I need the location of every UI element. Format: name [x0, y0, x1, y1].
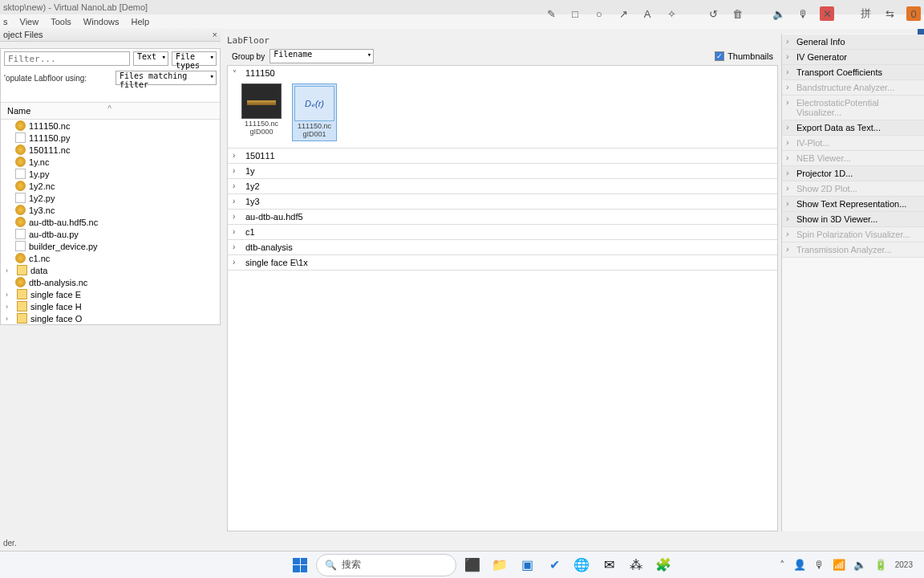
tree-item-label: c1.nc: [29, 254, 50, 263]
menu-view[interactable]: View: [20, 17, 39, 26]
tray-volume-icon[interactable]: 🔈: [853, 559, 866, 571]
tray-year: 2023: [895, 560, 913, 569]
tray-wifi-icon[interactable]: 📶: [833, 559, 845, 571]
explorer-icon[interactable]: 📁: [488, 554, 511, 576]
tree-item-label: 111150.nc: [29, 121, 70, 131]
tray-avatar-icon[interactable]: 👤: [793, 559, 806, 571]
mic-icon[interactable]: 🎙: [796, 6, 810, 21]
group-name: au-dtb-au.hdf5: [245, 212, 303, 222]
filetypes-combo[interactable]: File types: [172, 51, 217, 66]
analyzer-item: Show 2D Plot...: [782, 181, 924, 197]
expander-icon[interactable]: ›: [6, 291, 14, 299]
tree-item[interactable]: au-dtb-au.py: [1, 228, 220, 240]
tree-item-label: single face H: [30, 302, 82, 311]
speaker-icon[interactable]: 🔈: [772, 6, 786, 21]
labfloor-group-header[interactable]: ›1y3: [228, 194, 777, 209]
tree-item[interactable]: 1y3.nc: [1, 204, 220, 216]
tree-header-name[interactable]: Name: [1, 103, 220, 120]
chevron-right-icon: ›: [233, 181, 241, 190]
orange-badge-icon[interactable]: 0: [906, 6, 921, 21]
analyzer-item: Spin Polarization Visualizer...: [782, 227, 924, 242]
undo-icon[interactable]: ↺: [706, 6, 720, 21]
tree-item[interactable]: dtb-analysis.nc: [1, 276, 220, 288]
expander-icon[interactable]: ›: [6, 267, 14, 275]
expander-icon[interactable]: ›: [6, 303, 14, 311]
trash-icon[interactable]: 🗑: [730, 6, 744, 21]
ime-swap-icon[interactable]: ⇆: [882, 6, 897, 21]
analyzer-item[interactable]: IV Generator: [782, 50, 924, 65]
tree-item[interactable]: 150111.nc: [1, 144, 220, 156]
labfloor-group-header[interactable]: ›dtb-analysis: [228, 240, 777, 254]
mail-icon[interactable]: ✉: [598, 554, 620, 576]
taskview-icon[interactable]: ⬛: [461, 554, 484, 576]
app-todo-icon[interactable]: ✔: [543, 554, 565, 576]
tree-item[interactable]: 111150.nc: [1, 120, 220, 132]
tree-item-label: 1y2.py: [29, 193, 55, 203]
filter-input[interactable]: [4, 51, 130, 66]
labfloor-group-header[interactable]: ›1y: [228, 164, 777, 178]
nc-file-icon: [15, 205, 26, 215]
close-icon[interactable]: ✕: [820, 6, 834, 21]
labfloor-group-header[interactable]: ›c1: [228, 225, 777, 239]
sparkle-icon[interactable]: ✧: [664, 6, 679, 21]
tray-battery-icon[interactable]: 🔋: [874, 559, 887, 571]
app-icon-1[interactable]: ⁂: [625, 554, 647, 576]
tree-item[interactable]: 1y.py: [1, 168, 220, 180]
start-button[interactable]: [289, 554, 311, 576]
tree-item[interactable]: ›single face O: [1, 312, 220, 324]
text-combo[interactable]: Text: [133, 51, 168, 66]
populate-combo[interactable]: Files matching filter: [116, 71, 217, 85]
edge-icon[interactable]: 🌐: [570, 554, 593, 576]
system-tray[interactable]: ˄ 👤 🎙 📶 🔈 🔋 2023: [780, 559, 918, 571]
analyzer-item: IV-Plot...: [782, 136, 924, 151]
taskbar: 🔍 搜索 ⬛ 📁 ▣ ✔ 🌐 ✉ ⁂ 🧩 ˄ 👤 🎙 📶 🔈 🔋 2023: [0, 551, 924, 578]
analyzer-item[interactable]: Show in 3D Viewer...: [782, 212, 924, 227]
py-file-icon: [15, 241, 26, 251]
tree-item[interactable]: c1.nc: [1, 252, 220, 264]
tree-item[interactable]: 1y.nc: [1, 156, 220, 168]
app-icon-2[interactable]: 🧩: [652, 554, 675, 576]
pencil-icon[interactable]: ✎: [544, 6, 558, 21]
taskbar-search[interactable]: 🔍 搜索: [316, 554, 456, 576]
menu-help[interactable]: Help: [131, 17, 149, 26]
tree-item[interactable]: ›single face E: [1, 288, 220, 300]
group-name: 111150: [245, 68, 275, 78]
rect-icon[interactable]: □: [568, 6, 582, 21]
thumbnail[interactable]: 111150.ncgID000: [239, 83, 284, 141]
chevron-right-icon: ›: [233, 151, 241, 160]
groupby-combo[interactable]: Filename: [270, 49, 374, 63]
store-icon[interactable]: ▣: [516, 554, 538, 576]
group-name: 150111: [245, 151, 275, 161]
tray-mic-icon[interactable]: 🎙: [814, 559, 825, 571]
analyzer-item[interactable]: Show Text Representation...: [782, 197, 924, 212]
analyzer-item[interactable]: Transport Coefficients: [782, 65, 924, 80]
menu-windows[interactable]: Windows: [83, 17, 120, 26]
labfloor-group-header[interactable]: ›1y2: [228, 179, 777, 193]
tray-chevron-icon[interactable]: ˄: [780, 559, 785, 571]
tree-item[interactable]: au-dtb-au.hdf5.nc: [1, 216, 220, 228]
arrow-icon[interactable]: ↗: [616, 6, 630, 21]
labfloor-group-header[interactable]: ˅111150: [228, 66, 777, 80]
circle-icon[interactable]: ○: [592, 6, 606, 21]
tree-item-label: dtb-analysis.nc: [29, 278, 87, 287]
analyzer-item[interactable]: Export Data as Text...: [782, 120, 924, 136]
tree-item[interactable]: 1y2.py: [1, 192, 220, 204]
panel-close-icon[interactable]: ×: [213, 30, 217, 39]
analyzer-item[interactable]: Projector 1D...: [782, 166, 924, 181]
tree-item[interactable]: ›single face H: [1, 300, 220, 312]
text-a-icon[interactable]: A: [640, 6, 654, 21]
tree-item[interactable]: 111150.py: [1, 132, 220, 144]
tree-item[interactable]: 1y2.nc: [1, 180, 220, 192]
analyzer-item[interactable]: General Info: [782, 35, 924, 50]
thumbnails-checkbox[interactable]: ✓ Thumbnails: [715, 51, 773, 61]
labfloor-group-header[interactable]: ›single face E\1x: [228, 255, 777, 270]
ime-pin-icon[interactable]: 拼: [858, 6, 873, 21]
menu-s[interactable]: s: [3, 17, 8, 26]
tree-item[interactable]: ›data: [1, 264, 220, 276]
labfloor-group-header[interactable]: ›150111: [228, 149, 777, 163]
tree-item[interactable]: builder_device.py: [1, 240, 220, 252]
expander-icon[interactable]: ›: [6, 315, 14, 323]
thumbnail[interactable]: Dₑ(r)111150.ncgID001: [292, 83, 337, 141]
menu-tools[interactable]: Tools: [51, 17, 71, 26]
labfloor-group-header[interactable]: ›au-dtb-au.hdf5: [228, 210, 777, 224]
